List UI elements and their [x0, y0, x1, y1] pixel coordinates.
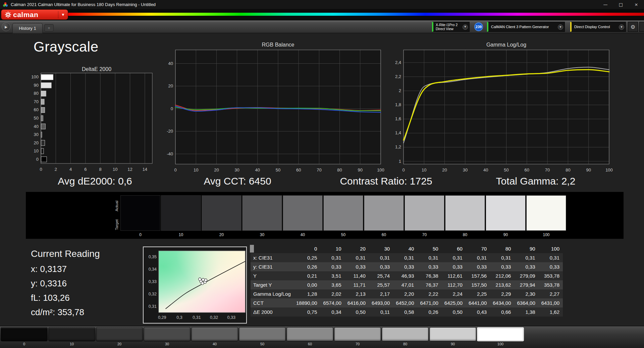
close-button[interactable]: × [629, 0, 644, 9]
pattern-generator-dropdown[interactable]: CalMAN Client 3 Pattern Generator ▼ [487, 22, 565, 32]
table-cell: 279,94 [514, 282, 538, 288]
logo-text: calman [13, 11, 38, 19]
svg-text:50: 50 [34, 116, 39, 121]
pattern-level-40[interactable]: 40 [191, 327, 238, 346]
pattern-level-80[interactable]: 80 [382, 327, 429, 346]
table-cell: 0,00 [296, 282, 320, 288]
svg-text:0,29: 0,29 [158, 315, 166, 320]
svg-text:0: 0 [40, 167, 42, 172]
layout-nav-button[interactable]: ▶ [2, 22, 10, 31]
svg-text:2,2: 2,2 [395, 74, 401, 79]
table-row[interactable]: Target Y0,003,6511,7125,5747,0176,37112,… [251, 280, 563, 289]
table-cell: 353,78 [539, 273, 563, 279]
table-cell: 0,75 [296, 309, 320, 315]
table-row[interactable]: ΔE 20000,750,340,500,110,580,260,500,430… [251, 307, 563, 317]
svg-text:14: 14 [143, 167, 147, 172]
svg-text:0,33: 0,33 [227, 315, 235, 320]
svg-text:-40: -40 [167, 151, 173, 156]
cie-chart-panel: 0,290,30,310,320,330,350,340,330,320,31 [143, 247, 247, 324]
strip-swatch-90: 90 [486, 195, 526, 237]
svg-text:20: 20 [214, 167, 219, 172]
table-column-header: 0 [296, 246, 320, 252]
pattern-level-50[interactable]: 50 [239, 327, 286, 346]
deltae-bar-chart: 024681012141009080706050403020100 [25, 71, 156, 172]
toolbar: ▶ History 1 + X-Rite i1Pro 2 Direct View… [0, 20, 644, 33]
bottom-bar: 0102030405060708090100 ▴ ■ ▶ ▤ ∞ ↻ « Bac… [0, 326, 644, 348]
table-cell: 0,33 [320, 264, 344, 270]
edge-panel-button[interactable] [639, 22, 644, 32]
table-cell: 2,13 [345, 291, 369, 297]
calman-menu-button[interactable]: calman ▼ [1, 9, 68, 20]
table-row[interactable]: x: CIE310,250,310,310,310,310,310,310,31… [251, 253, 563, 262]
svg-text:0: 0 [174, 167, 176, 172]
table-cell: 0,43 [466, 309, 490, 315]
svg-text:90: 90 [34, 83, 39, 88]
table-cell: 0,33 [466, 264, 490, 270]
table-cell: 2,27 [539, 291, 563, 297]
svg-text:1,8: 1,8 [395, 102, 401, 107]
add-tab-button[interactable]: + [44, 24, 54, 31]
table-column-header: 20 [345, 246, 369, 252]
table-row[interactable]: y: CIE310,260,330,330,330,330,330,330,33… [251, 262, 563, 271]
tab-history-1[interactable]: History 1 [12, 23, 43, 33]
reading-fl: fL: 103,26 [31, 293, 70, 303]
table-row[interactable]: Y0,213,5111,4025,7446,9376,38112,61157,5… [251, 271, 563, 280]
svg-text:2: 2 [399, 88, 401, 93]
display-control-label: Direct Display Control [574, 25, 610, 29]
meter-dropdown[interactable]: X-Rite i1Pro 2 Direct View ▼ [432, 22, 470, 32]
pattern-level-buttons: 0102030405060708090100 [1, 327, 524, 346]
pattern-level-20[interactable]: 20 [96, 327, 143, 346]
gear-icon[interactable]: ⚙ [628, 22, 638, 32]
svg-text:40: 40 [168, 61, 173, 66]
pattern-level-30[interactable]: 30 [144, 327, 191, 346]
stat-contrast-ratio: Contrast Ratio: 1725 [340, 176, 432, 187]
table-cell: 2,30 [514, 291, 538, 297]
chevron-down-icon: ▼ [58, 13, 68, 16]
minimize-button[interactable]: — [598, 0, 613, 9]
current-reading-title: Current Reading [31, 249, 100, 259]
strip-swatch-80: 80 [445, 195, 485, 237]
pattern-level-90[interactable]: 90 [429, 327, 476, 346]
table-cell: 157,50 [466, 282, 490, 288]
table-cell: 76,38 [417, 273, 441, 279]
table-cell: 157,56 [466, 273, 490, 279]
table-cell: 6431,00 [539, 300, 563, 306]
table-cell: 112,70 [442, 282, 466, 288]
pattern-level-100-selected[interactable]: 100 [477, 327, 524, 346]
table-cell: 0,33 [514, 264, 538, 270]
table-column-header: 80 [490, 246, 514, 252]
strip-actual-label: Actual [114, 197, 119, 215]
pattern-level-0[interactable]: 0 [1, 327, 48, 346]
table-row-label: y: CIE31 [251, 264, 296, 270]
svg-text:0,31: 0,31 [149, 304, 157, 309]
svg-text:20: 20 [442, 167, 447, 172]
svg-text:0: 0 [171, 106, 173, 111]
meter-count-badge[interactable]: 239 [474, 22, 483, 31]
table-column-header: 50 [417, 246, 441, 252]
table-cell: 0,33 [393, 264, 417, 270]
svg-text:30: 30 [234, 167, 239, 172]
chevron-down-icon: ▼ [558, 24, 563, 30]
table-cell: 2,24 [442, 291, 466, 297]
table-cell: 0,34 [320, 309, 344, 315]
strip-swatch-100: 100 [526, 195, 566, 237]
pattern-level-10[interactable]: 10 [48, 327, 95, 346]
svg-text:80: 80 [34, 91, 39, 96]
brand-row: calman ▼ [0, 9, 644, 20]
meter-line1: X-Rite i1Pro 2 [436, 23, 462, 27]
meter-line2: Direct View [436, 27, 462, 31]
table-cell: 0,31 [417, 255, 441, 261]
pattern-level-60[interactable]: 60 [286, 327, 333, 346]
grayscale-strip: Actual Target 0102030405060708090100 [26, 192, 624, 239]
pattern-level-70[interactable]: 70 [334, 327, 381, 346]
table-column-header: 30 [369, 246, 393, 252]
maximize-button[interactable]: □ [613, 0, 629, 9]
strip-target-label: Target [114, 215, 119, 234]
table-row[interactable]: Gamma Log/Log1,282,022,132,172,202,222,2… [251, 289, 563, 298]
calman-app: Calman 2021 Calman Ultimate for Business… [0, 0, 644, 348]
table-row[interactable]: CCT18890,006574,006416,006493,006452,006… [251, 298, 563, 307]
table-cell: 1,28 [296, 291, 320, 297]
strip-swatch-50: 50 [323, 195, 363, 237]
display-control-dropdown[interactable]: Direct Display Control ▼ [570, 22, 626, 32]
table-row-label: CCT [251, 300, 296, 306]
